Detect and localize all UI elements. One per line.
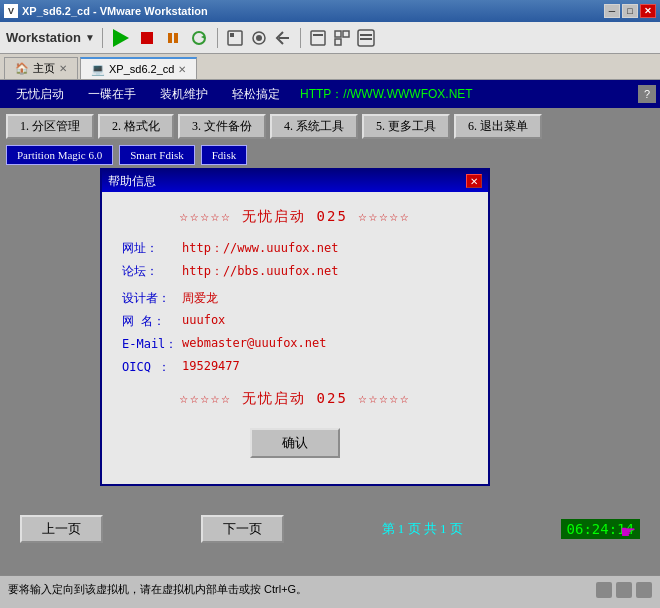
svg-marker-3 xyxy=(201,35,205,39)
stop-button[interactable] xyxy=(136,27,158,49)
toolbar-separator3 xyxy=(300,28,301,48)
help-netname-label: 网 名： xyxy=(122,313,182,330)
help-designer-row: 设计者： 周爱龙 xyxy=(122,290,468,307)
minimize-button[interactable]: ─ xyxy=(604,4,620,18)
vm-menu-boot[interactable]: 无忧启动 xyxy=(4,82,76,107)
svg-rect-8 xyxy=(311,31,325,45)
help-dialog-title-bar: 帮助信息 ✕ xyxy=(102,170,488,192)
settings-icon[interactable] xyxy=(356,28,376,48)
toolbar-separator2 xyxy=(217,28,218,48)
help-designer-value: 周爱龙 xyxy=(182,290,218,307)
pause-button[interactable] xyxy=(162,27,184,49)
svg-rect-14 xyxy=(360,34,372,36)
help-oicq-row: OICQ ： 19529477 xyxy=(122,359,468,376)
svg-rect-9 xyxy=(313,34,323,36)
title-bar: V XP_sd6.2_cd - VMware Workstation ─ □ ✕ xyxy=(0,0,660,22)
vm-menu-disc[interactable]: 一碟在手 xyxy=(76,82,148,107)
page-info: 第 1 页 共 1 页 xyxy=(382,520,463,538)
help-author-group: 设计者： 周爱龙 网 名： uuufox E-Mail： webmaster@u… xyxy=(122,290,468,376)
vm-btn-smartfdisk[interactable]: Smart Fdisk xyxy=(119,145,194,165)
usb-icon xyxy=(616,582,632,598)
tab-vm-label: XP_sd6.2_cd xyxy=(109,63,174,75)
help-dialog-content: ☆☆☆☆☆ 无忧启动 025 ☆☆☆☆☆ 网址： http：//www.uuuf… xyxy=(102,192,488,484)
tab-vm[interactable]: 💻 XP_sd6.2_cd ✕ xyxy=(80,57,197,79)
vm-btn-pmagic[interactable]: Partition Magic 6.0 xyxy=(6,145,113,165)
help-title-line1: ☆☆☆☆☆ 无忧启动 025 ☆☆☆☆☆ xyxy=(122,208,468,226)
tab-home[interactable]: 🏠 主页 ✕ xyxy=(4,57,78,79)
help-netname-value: uuufox xyxy=(182,313,225,330)
play-button[interactable] xyxy=(110,27,132,49)
vm-btn-exit[interactable]: 6. 退出菜单 xyxy=(454,114,542,139)
tab-vm-close[interactable]: ✕ xyxy=(178,64,186,75)
app-status-bar: 要将输入定向到该虚拟机，请在虚拟机内部单击或按 Ctrl+G。 xyxy=(0,575,660,603)
help-netname-row: 网 名： uuufox xyxy=(122,313,468,330)
unity-icon[interactable] xyxy=(332,28,352,48)
help-designer-label: 设计者： xyxy=(122,290,182,307)
help-oicq-label: OICQ ： xyxy=(122,359,182,376)
tab-home-close[interactable]: ✕ xyxy=(59,63,67,74)
vm-display[interactable]: 无忧启动 一碟在手 装机维护 轻松搞定 HTTP：//WWW.WWWFOX.NE… xyxy=(0,80,660,575)
help-forum-value: http：//bbs.uuufox.net xyxy=(182,263,339,280)
help-email-label: E-Mail： xyxy=(122,336,182,353)
app-icon: V xyxy=(4,4,18,18)
close-button[interactable]: ✕ xyxy=(640,4,656,18)
vm-btn-format[interactable]: 2. 格式化 xyxy=(98,114,174,139)
svg-point-7 xyxy=(256,35,262,41)
vm-top-bar: 无忧启动 一碟在手 装机维护 轻松搞定 HTTP：//WWW.WWWFOX.NE… xyxy=(0,80,660,108)
help-dialog-close-button[interactable]: ✕ xyxy=(466,174,482,188)
vm-btn-fdisk[interactable]: Fdisk xyxy=(201,145,247,165)
vm-icon: 💻 xyxy=(91,63,105,76)
help-forum-label: 论坛： xyxy=(122,263,182,280)
help-forum-row: 论坛： http：//bbs.uuufox.net xyxy=(122,263,468,280)
help-website-value: http：//www.uuufox.net xyxy=(182,240,339,257)
refresh-button[interactable] xyxy=(188,27,210,49)
window-controls: ─ □ ✕ xyxy=(604,4,656,18)
vm-bottom-nav: 上一页 下一页 第 1 页 共 1 页 06:24:14 xyxy=(0,511,660,547)
vm-menu-easy[interactable]: 轻松搞定 xyxy=(220,82,292,107)
help-website-label: 网址： xyxy=(122,240,182,257)
snapshot-icon[interactable] xyxy=(249,28,269,48)
vm-btn-more[interactable]: 5. 更多工具 xyxy=(362,114,450,139)
help-ok-row: 确认 xyxy=(122,422,468,468)
network-icon xyxy=(596,582,612,598)
help-oicq-value: 19529477 xyxy=(182,359,240,376)
tab-home-label: 主页 xyxy=(33,61,55,76)
window-title: XP_sd6.2_cd - VMware Workstation xyxy=(22,5,208,17)
svg-rect-5 xyxy=(230,33,234,37)
svg-rect-2 xyxy=(174,33,178,43)
fullscreen-icon[interactable] xyxy=(308,28,328,48)
app-bottom-icons xyxy=(596,582,652,598)
prev-page-button[interactable]: 上一页 xyxy=(20,515,103,543)
help-dialog-title-text: 帮助信息 xyxy=(108,173,156,190)
svg-rect-15 xyxy=(360,38,372,40)
vm-menu-maintain[interactable]: 装机维护 xyxy=(148,82,220,107)
svg-rect-0 xyxy=(141,32,153,44)
help-email-value: webmaster@uuufox.net xyxy=(182,336,327,353)
play-triangle-icon xyxy=(113,29,129,47)
help-ok-button[interactable]: 确认 xyxy=(250,428,340,458)
status-message: 要将输入定向到该虚拟机，请在虚拟机内部单击或按 Ctrl+G。 xyxy=(8,582,307,597)
toolbar-separator xyxy=(102,28,103,48)
vm-btn-partition[interactable]: 1. 分区管理 xyxy=(6,114,94,139)
svg-rect-1 xyxy=(168,33,172,43)
audio-icon xyxy=(636,582,652,598)
vm-content: 1. 分区管理 2. 格式化 3. 文件备份 4. 系统工具 5. 更多工具 6… xyxy=(0,108,660,575)
vm-help-btn[interactable]: ? xyxy=(638,85,656,103)
svg-rect-11 xyxy=(343,31,349,37)
revert-icon[interactable] xyxy=(273,28,293,48)
vm-url: HTTP：//WWW.WWWFOX.NET xyxy=(292,82,481,107)
help-title-line2: ☆☆☆☆☆ 无忧启动 025 ☆☆☆☆☆ xyxy=(122,390,468,408)
help-website-row: 网址： http：//www.uuufox.net xyxy=(122,240,468,257)
toolbar: Workstation ▼ xyxy=(0,22,660,54)
help-email-row: E-Mail： webmaster@uuufox.net xyxy=(122,336,468,353)
workstation-menu[interactable]: Workstation xyxy=(6,30,81,45)
svg-rect-10 xyxy=(335,31,341,37)
vm-btn-systool[interactable]: 4. 系统工具 xyxy=(270,114,358,139)
vm-settings-icon[interactable] xyxy=(225,28,245,48)
workstation-dropdown-arrow[interactable]: ▼ xyxy=(85,32,95,43)
help-dialog: 帮助信息 ✕ ☆☆☆☆☆ 无忧启动 025 ☆☆☆☆☆ 网址： http：//w… xyxy=(100,168,490,486)
vm-btn-backup[interactable]: 3. 文件备份 xyxy=(178,114,266,139)
maximize-button[interactable]: □ xyxy=(622,4,638,18)
home-icon: 🏠 xyxy=(15,62,29,75)
next-page-button[interactable]: 下一页 xyxy=(201,515,284,543)
